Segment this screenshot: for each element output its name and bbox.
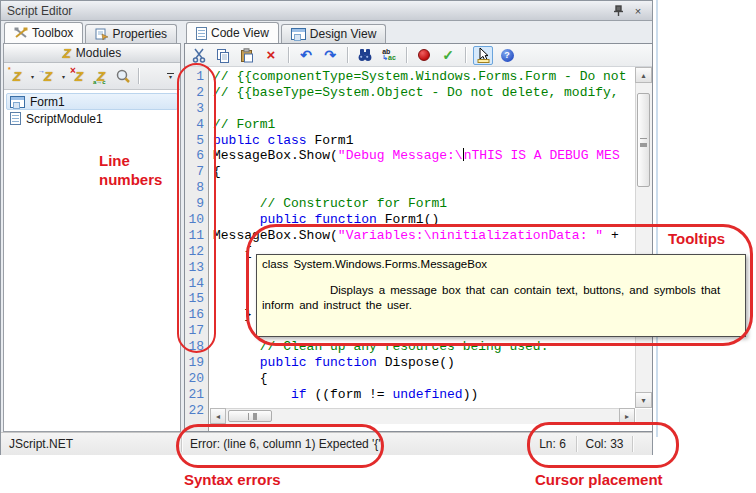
scroll-left-icon[interactable]: ◂ [210,408,226,424]
scroll-up-icon[interactable]: ▴ [635,67,652,83]
tab-design-view-label: Design View [310,27,376,41]
code-editor[interactable]: 12345678910111213141516171819202122 // {… [185,67,652,431]
horizontal-scroll-thumb[interactable] [228,410,272,422]
toolbar-separator [138,68,139,84]
line-number: 1 [185,69,208,85]
validate-icon[interactable]: ✓ [438,46,458,65]
code-line[interactable]: public class Form1 [213,133,635,149]
scroll-right-icon[interactable]: ▸ [619,408,635,424]
status-line-indicator: Ln: 6 [529,433,576,455]
code-line[interactable]: // Form1 [213,117,635,133]
delete-icon[interactable]: × [261,46,281,65]
code-token: // Form1 [213,117,275,132]
copy-icon[interactable] [213,46,233,65]
code-line[interactable]: // {{componentType=System.Windows.Forms.… [213,69,635,85]
code-view-box: × ↶ ↷ ab ↳ac ✓ [184,43,653,432]
code-token: } [213,307,252,322]
toolbar-separator [406,47,407,63]
tab-code-view-label: Code View [211,26,269,40]
code-line[interactable]: // Clean up any resources being used. [213,339,635,355]
code-line[interactable]: public function Dispose() [213,355,635,371]
modules-toolbar: Z * ▾ Z → ▾ Z × Z a→c [4,63,180,90]
tab-toolbox[interactable]: Toolbox [4,22,83,43]
line-number: 10 [185,212,208,228]
new-module-dropdown-icon[interactable]: ▾ [29,73,36,80]
status-bar: JScript.NET Error: (line 6, column 1) Ex… [1,432,652,455]
properties-icon [95,28,108,40]
line-number: 8 [185,180,208,196]
tooltip-mode-icon[interactable] [473,46,493,65]
tab-properties[interactable]: Properties [85,24,177,43]
code-line[interactable]: MessageBox.Show("Debug Message:\nTHIS IS… [213,148,635,164]
scrollbar-corner [636,409,652,424]
vertical-scroll-thumb[interactable] [637,93,650,187]
line-number: 12 [185,244,208,260]
close-icon[interactable]: × [630,4,646,18]
code-line[interactable] [213,180,635,196]
code-token: public class [213,133,307,148]
code-line[interactable]: MessageBox.Show("Variables:\ninitializat… [213,228,635,244]
status-column-indicator: Col: 33 [577,433,632,455]
code-token: + [603,228,619,243]
code-token: // {{componentType=System.Windows.Forms.… [213,69,626,84]
code-token: undefined [392,387,462,402]
toolbar-overflow-icon[interactable]: ▾ [164,68,177,84]
help-icon[interactable]: ? [497,46,517,65]
tree-item-scriptmodule1[interactable]: ScriptModule1 [6,110,178,127]
rename-module-icon[interactable]: Z a→c [91,66,111,86]
code-line[interactable]: // Constructor for Form1 [213,196,635,212]
code-line[interactable]: { [213,164,635,180]
paste-icon[interactable] [237,46,257,65]
annotation-cursor-placement-label: Cursor placement [535,470,663,489]
code-line[interactable]: // {{baseType=System.Object - Do not del… [213,85,635,101]
new-module-icon[interactable]: Z * [7,66,27,86]
left-panel: Toolbox Properties Z Modules Z [2,22,182,433]
tab-toolbox-label: Toolbox [32,26,73,40]
annotation-syntax-errors-label: Syntax errors [184,470,281,489]
code-lines: // {{componentType=System.Windows.Forms.… [213,69,635,429]
add-module-icon[interactable]: Z → [38,66,58,86]
line-number-gutter: 12345678910111213141516171819202122 [185,67,209,431]
status-column-label: Col: 33 [585,437,623,451]
line-number: 14 [185,276,208,292]
code-view-icon [196,27,207,40]
tab-design-view[interactable]: Design View [281,24,386,43]
find-module-icon[interactable] [113,66,133,86]
delete-module-icon[interactable]: Z × [69,66,89,86]
tab-code-view[interactable]: Code View [186,22,279,43]
code-token: Dispose() [377,355,455,370]
code-line[interactable]: public function Form1() [213,212,635,228]
code-token: { [213,371,268,386]
add-module-dropdown-icon[interactable]: ▾ [60,73,67,80]
line-number: 11 [185,228,208,244]
script-document-icon [10,112,21,125]
line-number: 3 [185,101,208,117]
replace-icon[interactable]: ab ↳ac [379,46,399,65]
pin-icon[interactable] [610,4,626,18]
code-line[interactable]: { [213,371,635,387]
code-line[interactable] [213,101,635,117]
horizontal-scrollbar[interactable] [210,408,635,424]
line-number: 4 [185,117,208,133]
undo-icon[interactable]: ↶ [296,46,316,65]
code-line[interactable]: if ((form != undefined)) [213,387,635,403]
status-divider [632,436,633,452]
module-tree: Form1 ScriptModule1 [4,90,180,130]
tree-item-form1[interactable]: Form1 [6,93,178,110]
redo-icon[interactable]: ↷ [320,46,340,65]
code-token [213,355,260,370]
find-icon[interactable] [355,46,375,65]
line-number: 2 [185,85,208,101]
code-token: "Debug Message:\ [338,148,463,163]
title-bar: Script Editor × [1,1,652,21]
line-number: 13 [185,260,208,276]
line-number: 16 [185,307,208,323]
line-number: 22 [185,403,208,419]
code-token [213,387,291,402]
record-icon[interactable] [414,46,434,65]
toolbox-icon [14,27,28,39]
annotation-tooltips-label: Tooltips [668,229,725,248]
cut-icon[interactable] [189,46,209,65]
line-number: 17 [185,323,208,339]
scroll-down-icon[interactable]: ▾ [635,392,652,408]
